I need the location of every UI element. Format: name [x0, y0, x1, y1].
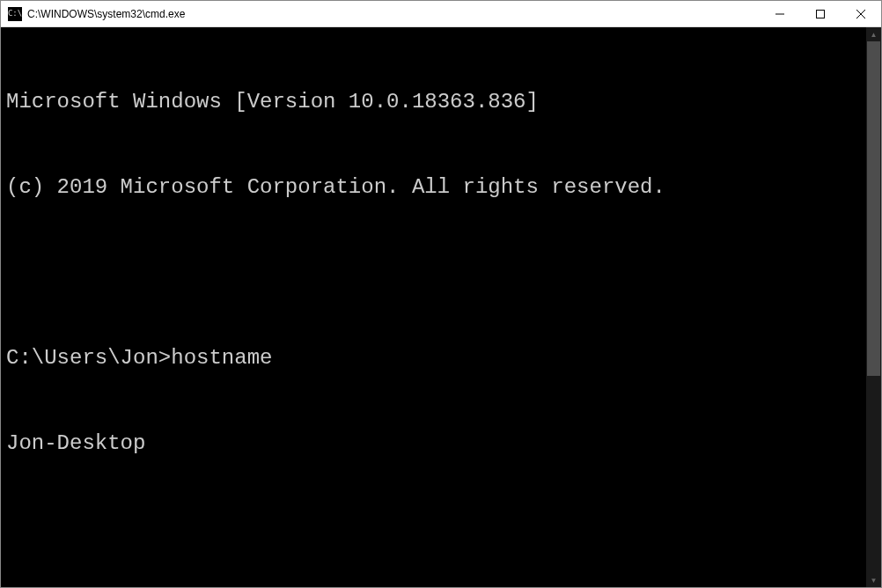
minimize-button[interactable]: [760, 1, 800, 26]
scroll-up-arrow-icon[interactable]: ▲: [866, 27, 881, 41]
close-icon: [856, 10, 865, 18]
maximize-button[interactable]: [800, 1, 841, 26]
titlebar[interactable]: C:\ C:\WINDOWS\system32\cmd.exe: [1, 1, 881, 27]
terminal-line: Microsoft Windows [Version 10.0.18363.83…: [6, 88, 861, 116]
terminal-output[interactable]: Microsoft Windows [Version 10.0.18363.83…: [1, 27, 866, 587]
terminal-area[interactable]: Microsoft Windows [Version 10.0.18363.83…: [1, 27, 881, 587]
minimize-icon: [775, 10, 784, 18]
window-title: C:\WINDOWS\system32\cmd.exe: [27, 8, 760, 20]
scroll-down-arrow-icon[interactable]: ▼: [866, 573, 881, 587]
terminal-line: [6, 516, 861, 544]
svg-rect-1: [817, 10, 825, 18]
maximize-icon: [816, 10, 825, 18]
scrollbar[interactable]: ▲ ▼: [866, 27, 881, 587]
close-button[interactable]: [841, 1, 881, 26]
scroll-thumb[interactable]: [867, 41, 880, 376]
cmd-icon: C:\: [8, 7, 22, 21]
terminal-line: Jon-Desktop: [6, 430, 861, 458]
terminal-line: C:\Users\Jon>hostname: [6, 344, 861, 372]
terminal-line: (c) 2019 Microsoft Corporation. All righ…: [6, 173, 861, 202]
window-controls: [760, 1, 881, 26]
terminal-line: [6, 259, 861, 287]
